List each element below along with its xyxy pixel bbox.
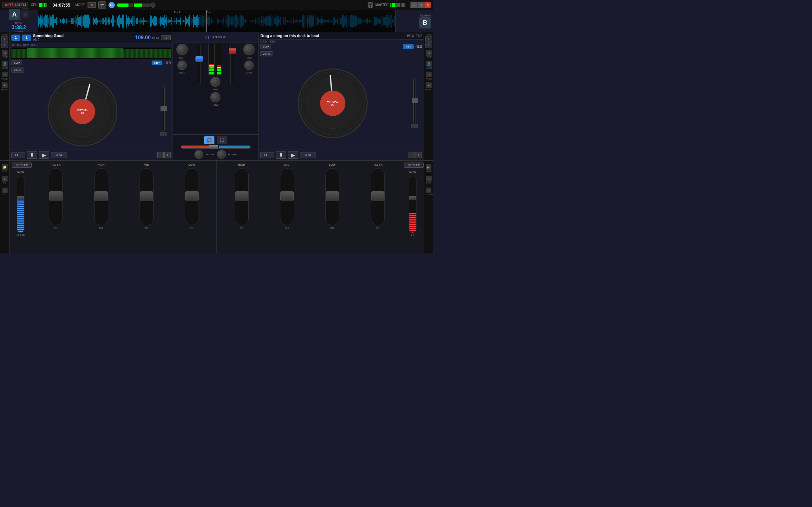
low-fader-handle-r[interactable]	[326, 191, 339, 201]
knob-gain-l[interactable]	[177, 60, 187, 70]
waveform-strip-a[interactable]	[11, 48, 171, 59]
wave-label-left: WAVE	[2, 78, 8, 80]
key-button-b[interactable]: KEY	[403, 44, 414, 49]
crossfader-handle[interactable]	[209, 145, 218, 149]
sidebar-wave-right[interactable]: 〜 WAVE	[425, 71, 433, 81]
crossfader-track[interactable]	[181, 146, 251, 149]
pitch-fader-handle-b[interactable]	[412, 98, 418, 103]
vu-seg-r-1	[217, 73, 221, 74]
vinyl-button-b[interactable]: VINYL	[260, 51, 273, 56]
turntable-a[interactable]: VIRTUALDJ	[48, 77, 117, 147]
vinyl-button-a[interactable]: VINYL	[11, 67, 24, 72]
wave-label-right: WAVE	[426, 78, 432, 80]
maximize-button[interactable]: □	[417, 2, 424, 8]
turntable-b[interactable]: VIRTUALDJ	[298, 68, 368, 138]
fader-track-r	[230, 44, 234, 85]
play-button-b[interactable]: ▶	[288, 151, 298, 159]
filter-fader-r	[371, 168, 385, 225]
sidebar-smart-right[interactable]: ★ SMART	[425, 81, 433, 92]
high-val-r: 0%	[240, 227, 244, 229]
plus-button-b[interactable]: +	[415, 152, 422, 158]
wave-icon-right: 〜	[426, 72, 432, 77]
close-button[interactable]: ✕	[424, 2, 431, 8]
filter-knob-r[interactable]	[217, 150, 226, 159]
pause-button-a[interactable]: ⏸	[27, 151, 37, 159]
knob-low-l[interactable]	[210, 92, 220, 102]
gain-section-right: CIRCLES GAIN dB	[402, 161, 424, 253]
sync-button-a[interactable]: SYNC	[51, 152, 67, 158]
key-button-a[interactable]: KEY	[152, 60, 162, 65]
bsi-fx[interactable]: ∿ FX	[2, 187, 8, 196]
cue-transport-a[interactable]: CUE	[11, 152, 25, 158]
slip-button-b[interactable]: SLIP	[260, 44, 271, 49]
filter-fader-handle-r[interactable]	[371, 191, 385, 201]
bsi-files[interactable]: 📁 FILES	[2, 163, 8, 173]
hotcue-2-a[interactable]: 2	[22, 35, 31, 41]
headphone-row: 🎧 🎧	[204, 136, 227, 144]
level-fill-right	[134, 3, 142, 7]
key-label-a: KEY	[23, 43, 29, 47]
key-gain-row-a: -0.0 dB KEY 09B	[9, 43, 172, 47]
play-button-a[interactable]: ▶	[39, 151, 49, 159]
cue-transport-b[interactable]: CUE	[260, 152, 274, 158]
minus-button-b[interactable]: −	[409, 152, 415, 158]
sync-icon-btn[interactable]: ⇄	[98, 1, 106, 9]
sync-button-b[interactable]: SYNC	[300, 152, 316, 158]
knob-gain-r[interactable]	[244, 60, 254, 70]
user-label-right: USER	[426, 67, 432, 69]
low-fader-handle-l[interactable]	[185, 191, 199, 201]
mode-button[interactable]: ⊞	[88, 2, 96, 8]
knob-mid-l[interactable]	[210, 77, 220, 87]
cue-btn-1-left[interactable]: 1	[1, 36, 8, 42]
gain-fader-handle-right[interactable]	[409, 196, 416, 200]
mixer-body: HIGH GAIN	[173, 43, 258, 134]
sidebar-smart-left[interactable]: ★ SMART	[1, 81, 9, 92]
sidebar-user-right[interactable]: 👤 USER	[425, 60, 433, 70]
slip-button-a[interactable]: SLIP	[11, 60, 22, 65]
bsi-video[interactable]: ▶ VIDEO	[426, 163, 432, 173]
mid-fader-handle-r[interactable]	[281, 191, 294, 201]
fader-handle-r[interactable]	[229, 48, 236, 54]
knob-high-r[interactable]	[243, 44, 255, 55]
range-btn-a[interactable]: ±	[160, 132, 166, 136]
circles-btn-right[interactable]: CIRCLES	[404, 163, 424, 168]
filter-fader-handle-l[interactable]	[49, 191, 62, 201]
headphone-btn-l[interactable]: 🎧	[204, 136, 214, 144]
knob-high-l-label: HIGH	[179, 56, 185, 59]
plus-button-a[interactable]: +	[164, 152, 171, 158]
cue-btn-2-left[interactable]: 2	[1, 43, 8, 48]
filter-knob-l[interactable]	[194, 150, 203, 159]
pause-button-b[interactable]: ⏸	[276, 151, 286, 159]
bsi-pads[interactable]: ⊞ PADS	[426, 175, 432, 185]
range-btn-b[interactable]: ±	[411, 124, 418, 128]
pitch-fader-handle-a[interactable]	[160, 106, 167, 111]
tap-button-a[interactable]: TAP	[161, 35, 171, 40]
fader-handle-l[interactable]	[195, 56, 203, 62]
hotcue-1-a[interactable]: 1	[11, 35, 20, 41]
minimize-button[interactable]: —	[410, 2, 417, 8]
headphone-btn-r[interactable]: 🎧	[217, 136, 227, 144]
mid-fader-handle-l[interactable]	[140, 191, 153, 201]
high-fader-handle-l[interactable]	[95, 191, 108, 201]
mid-header-r: MID	[284, 163, 290, 166]
user-icon-right: 👤	[426, 61, 432, 66]
files-icon: 📁	[2, 164, 8, 170]
cue-btn-2-right[interactable]: 2	[425, 43, 432, 48]
knob-high-l[interactable]	[176, 44, 188, 55]
deck-b-body: VIRTUALDJ ±	[258, 57, 424, 150]
volume-knob[interactable]	[150, 3, 155, 8]
minus-button-a[interactable]: −	[157, 152, 164, 158]
bsi-eq[interactable]: ≡ EQ	[2, 175, 8, 185]
waveform-main[interactable]: // Generate waveform bars const wc = doc…	[38, 10, 395, 32]
headphone-icon[interactable]: 🎧	[368, 2, 373, 8]
sidebar-loop-right[interactable]: ↺ LOOP	[425, 49, 433, 59]
sidebar-wave-left[interactable]: 〜 WAVE	[1, 71, 9, 81]
sidebar-user-left[interactable]: 👤 USER	[1, 60, 9, 70]
high-fader-handle-r[interactable]	[235, 191, 248, 201]
gain-fader-handle-left[interactable]	[17, 196, 24, 200]
bsi-master[interactable]: ∞ MASTER	[425, 187, 433, 196]
sidebar-loop-left[interactable]: ↺ LOOP	[1, 49, 9, 59]
circles-btn-left[interactable]: CIRCLES	[12, 163, 32, 168]
mixer-ch-fader-l	[191, 44, 207, 133]
cue-btn-1-right[interactable]: 1	[425, 36, 432, 42]
